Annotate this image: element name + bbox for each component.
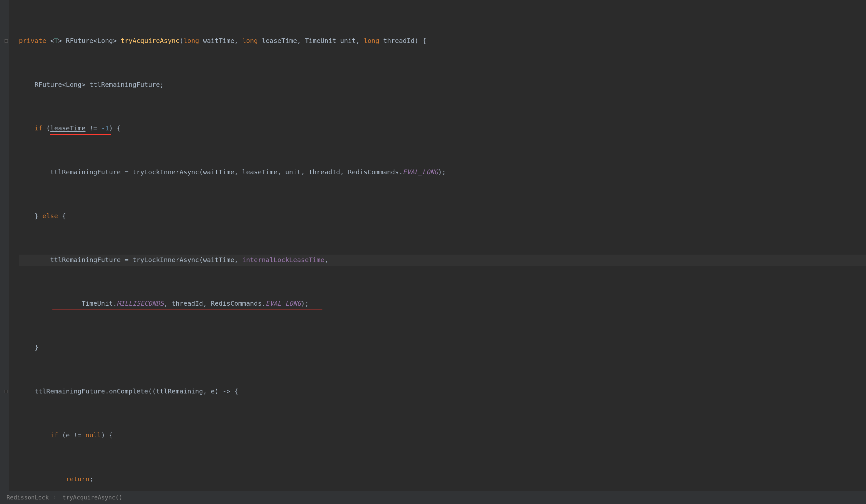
code-line[interactable]: ttlRemainingFuture.onComplete((ttlRemain…: [19, 386, 866, 397]
chevron-right-icon: 〉: [53, 494, 58, 501]
keyword: if: [34, 124, 42, 132]
fold-marker-icon[interactable]: [4, 40, 8, 43]
keyword: else: [42, 212, 58, 220]
type: Long: [97, 37, 113, 45]
var-leaseTime: leaseTime: [50, 124, 85, 132]
param: waitTime: [203, 37, 234, 45]
code-area[interactable]: private <T> RFuture<Long> tryAcquireAsyn…: [9, 3, 866, 491]
breadcrumb-method[interactable]: tryAcquireAsync(): [63, 493, 122, 502]
code-line[interactable]: private <T> RFuture<Long> tryAcquireAsyn…: [19, 35, 866, 46]
code-line[interactable]: if (leaseTime != -1) {: [19, 123, 866, 134]
number: -1: [101, 124, 109, 132]
keyword: return: [66, 475, 89, 483]
keyword: null: [86, 431, 101, 439]
code-line[interactable]: }: [19, 342, 866, 353]
keyword: long: [242, 37, 258, 45]
keyword-private: private: [19, 37, 46, 45]
code-text: ttlRemainingFuture = tryLockInnerAsync(w…: [50, 168, 403, 176]
code-text: ttlRemainingFuture = tryLockInnerAsync(w…: [50, 256, 242, 264]
type: RFuture: [34, 81, 62, 88]
code-text: e !=: [66, 431, 86, 439]
method-name: tryAcquireAsync: [121, 37, 180, 45]
field: internalLockLeaseTime: [242, 256, 324, 264]
const: EVAL_LONG: [266, 300, 301, 307]
code-text: , threadId, RedisCommands.: [164, 300, 266, 307]
breadcrumb-class[interactable]: RedissonLock: [7, 493, 49, 502]
gutter: [0, 0, 9, 491]
param: threadId: [383, 37, 414, 45]
code-text: TimeUnit.: [82, 300, 117, 307]
keyword: long: [364, 37, 379, 45]
error-underline: [52, 310, 322, 310]
code-line[interactable]: RFuture<Long> ttlRemainingFuture;: [19, 79, 866, 90]
fold-marker-icon[interactable]: [4, 390, 8, 393]
operator: !=: [86, 124, 101, 132]
const: MILLISECONDS: [117, 300, 164, 307]
keyword: long: [184, 37, 199, 45]
code-editor[interactable]: private <T> RFuture<Long> tryAcquireAsyn…: [0, 0, 866, 491]
code-text: ttlRemainingFuture.onComplete((ttlRemain…: [34, 387, 238, 395]
param: unit: [340, 37, 356, 45]
type: RFuture: [66, 37, 93, 45]
code-line[interactable]: ttlRemainingFuture = tryLockInnerAsync(w…: [19, 167, 866, 178]
code-line[interactable]: ttlRemainingFuture = tryLockInnerAsync(w…: [19, 255, 866, 266]
code-line[interactable]: if (e != null) {: [19, 430, 866, 441]
code-line[interactable]: TimeUnit.MILLISECONDS, threadId, RedisCo…: [19, 298, 866, 309]
type: TimeUnit: [305, 37, 336, 45]
error-underline: [50, 134, 111, 135]
var: ttlRemainingFuture: [89, 81, 160, 88]
generic-type: T: [54, 37, 58, 45]
keyword: if: [50, 431, 58, 439]
breadcrumbs[interactable]: RedissonLock 〉 tryAcquireAsync(): [0, 491, 866, 504]
param: leaseTime: [262, 37, 297, 45]
type: Long: [66, 81, 82, 88]
const: EVAL_LONG: [403, 168, 438, 176]
code-line[interactable]: return;: [19, 474, 866, 485]
code-line[interactable]: } else {: [19, 211, 866, 222]
